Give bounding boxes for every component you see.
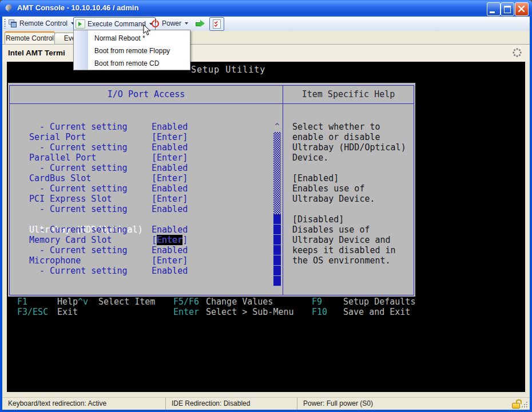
play-icon bbox=[76, 19, 85, 29]
power-button[interactable]: Power bbox=[150, 17, 190, 30]
bios-row[interactable]: Parallel Port[Enter] bbox=[10, 153, 275, 163]
bios-row[interactable]: CardBus Slot[Enter] bbox=[10, 173, 275, 183]
titlebar[interactable]: AMT Console - 10.10.10.46 / admin bbox=[0, 0, 532, 17]
app-icon bbox=[5, 3, 14, 13]
minimize-button[interactable] bbox=[487, 2, 501, 16]
amt-console-window: AMT Console - 10.10.10.46 / admin Remote… bbox=[0, 0, 532, 412]
bios-row[interactable]: - Current settingEnabled bbox=[10, 225, 275, 235]
help-text: Select whether to enable or disable Ultr… bbox=[292, 122, 406, 266]
close-button[interactable] bbox=[515, 2, 529, 16]
bios-row[interactable]: - Current settingEnabled bbox=[10, 245, 275, 255]
bios-row-selected[interactable]: Ultrabay (HDD/Optical) [Enter] bbox=[10, 214, 275, 225]
checklist-icon bbox=[213, 19, 221, 29]
io-port-access-header: I/O Port Access bbox=[10, 86, 283, 103]
scrollbar-thumb[interactable] bbox=[273, 214, 281, 286]
status-keyboard-redirection: Keyboard/text redirection: Active bbox=[2, 398, 165, 410]
remote-control-label: Remote Control bbox=[19, 19, 68, 27]
bios-settings-list: - Current settingEnabled Serial Port[Ent… bbox=[10, 104, 283, 295]
keybar-row-1: F1 Help ^v Select Item F5/F6 Change Valu… bbox=[7, 297, 525, 307]
scroll-up-arrow[interactable]: ^ bbox=[273, 122, 281, 132]
bios-row[interactable]: - Current settingEnabled bbox=[10, 163, 275, 173]
scrollbar[interactable]: ^ bbox=[273, 122, 281, 286]
bios-row[interactable]: Serial Port[Enter] bbox=[10, 132, 275, 142]
bios-title: Setup Utility bbox=[191, 65, 265, 75]
item-specific-help-header: Item Specific Help bbox=[283, 86, 414, 103]
menu-item-boot-remote-floppy[interactable]: Boot from remote Floppy bbox=[89, 45, 189, 57]
resize-grip[interactable] bbox=[522, 402, 529, 409]
bios-frame: I/O Port Access Item Specific Help - Cur… bbox=[9, 85, 414, 295]
bios-body: - Current settingEnabled Serial Port[Ent… bbox=[10, 104, 414, 295]
execute-command-menu: Normal Reboot * Boot from remote Floppy … bbox=[73, 30, 190, 70]
checklist-button[interactable] bbox=[209, 17, 224, 31]
cascade-windows-icon bbox=[9, 19, 17, 27]
menu-item-normal-reboot[interactable]: Normal Reboot * bbox=[89, 32, 189, 45]
bios-row[interactable]: - Current settingEnabled bbox=[10, 204, 275, 214]
bios-rows: - Current settingEnabled Serial Port[Ent… bbox=[10, 122, 275, 276]
close-icon bbox=[517, 5, 526, 14]
menu-icon-gutter bbox=[74, 30, 88, 70]
keybar-row-2: F3/ESC Exit Enter Select > Sub-Menu F10 … bbox=[7, 307, 525, 317]
gear-icon[interactable] bbox=[512, 47, 522, 58]
remote-kvm-screen[interactable]: Setup Utility I/O Port Access Item Speci… bbox=[7, 62, 525, 392]
minimize-icon bbox=[490, 11, 495, 13]
tab-remote-control[interactable]: Remote Control bbox=[5, 31, 55, 45]
execute-command-label: Execute Command bbox=[88, 20, 146, 28]
scrollbar-track[interactable] bbox=[273, 132, 281, 214]
bios-header-row: I/O Port Access Item Specific Help bbox=[10, 86, 414, 104]
status-power: Power: Full power (S0) bbox=[297, 398, 492, 410]
maximize-button[interactable] bbox=[501, 2, 514, 16]
bios-row[interactable]: Memory Card Slot[Enter] bbox=[10, 235, 275, 245]
send-command-button[interactable] bbox=[193, 17, 208, 30]
window-title: AMT Console - 10.10.10.46 / admin bbox=[17, 3, 138, 12]
help-panel: Select whether to enable or disable Ultr… bbox=[283, 104, 414, 295]
bios-panel: I/O Port Access Item Specific Help - Cur… bbox=[8, 83, 415, 297]
maximize-icon bbox=[504, 6, 511, 13]
power-icon bbox=[152, 19, 160, 27]
page-title: Intel AMT Termi bbox=[8, 49, 65, 57]
bios-row[interactable]: - Current settingEnabled bbox=[10, 142, 275, 153]
bios-row[interactable]: - Current settingEnabled bbox=[10, 266, 275, 276]
power-label: Power bbox=[162, 19, 181, 27]
bios-row[interactable]: - Current settingEnabled bbox=[10, 183, 275, 194]
unlock-icon bbox=[512, 403, 520, 409]
bios-row[interactable]: - Current settingEnabled bbox=[10, 122, 275, 132]
remote-control-button[interactable]: Remote Control bbox=[7, 17, 77, 30]
send-command-icon bbox=[196, 20, 205, 27]
toolbar-drag-handle[interactable] bbox=[4, 19, 6, 29]
status-ide-redirection: IDE Redirection: Disabled bbox=[165, 398, 297, 410]
chevron-down-icon[interactable] bbox=[185, 22, 188, 25]
status-bar: Keyboard/text redirection: Active IDE Re… bbox=[2, 397, 530, 410]
bios-row[interactable]: Microphone[Enter] bbox=[10, 255, 275, 266]
menu-item-boot-remote-cd[interactable]: Boot from remote CD bbox=[89, 57, 189, 70]
mouse-cursor bbox=[143, 24, 151, 36]
bios-row[interactable]: PCI Express Slot[Enter] bbox=[10, 194, 275, 204]
